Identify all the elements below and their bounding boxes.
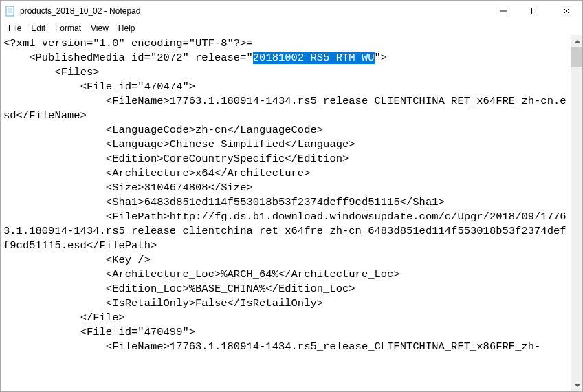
menu-format[interactable]: Format — [50, 22, 86, 34]
window-controls — [487, 1, 582, 21]
svg-rect-6 — [532, 8, 538, 14]
text-post: "> <Files> <File id="470474"> <FileName>… — [3, 52, 566, 353]
menu-help[interactable]: Help — [113, 22, 140, 34]
notepad-icon — [5, 6, 16, 17]
window-title: products_2018_10_02 - Notepad — [20, 6, 487, 16]
scroll-down-arrow-icon[interactable] — [571, 380, 582, 391]
menu-view[interactable]: View — [86, 22, 113, 34]
text-selection: 20181002 RS5 RTM WU — [253, 52, 375, 64]
content-area: <?xml version="1.0" encoding="UTF-8"?>= … — [1, 35, 582, 391]
scroll-thumb[interactable] — [571, 47, 582, 67]
menu-file[interactable]: File — [3, 22, 26, 34]
svg-marker-10 — [575, 384, 580, 387]
menu-edit[interactable]: Edit — [26, 22, 50, 34]
menubar: File Edit Format View Help — [1, 21, 582, 35]
vertical-scrollbar[interactable] — [571, 35, 582, 391]
scroll-up-arrow-icon[interactable] — [571, 35, 582, 47]
titlebar: products_2018_10_02 - Notepad — [1, 1, 582, 21]
text-editor[interactable]: <?xml version="1.0" encoding="UTF-8"?>= … — [1, 35, 571, 391]
maximize-button[interactable] — [519, 1, 551, 21]
svg-marker-9 — [575, 40, 580, 43]
close-button[interactable] — [551, 1, 582, 21]
minimize-button[interactable] — [487, 1, 519, 21]
text-pre: <?xml version="1.0" encoding="UTF-8"?>= … — [3, 37, 253, 64]
